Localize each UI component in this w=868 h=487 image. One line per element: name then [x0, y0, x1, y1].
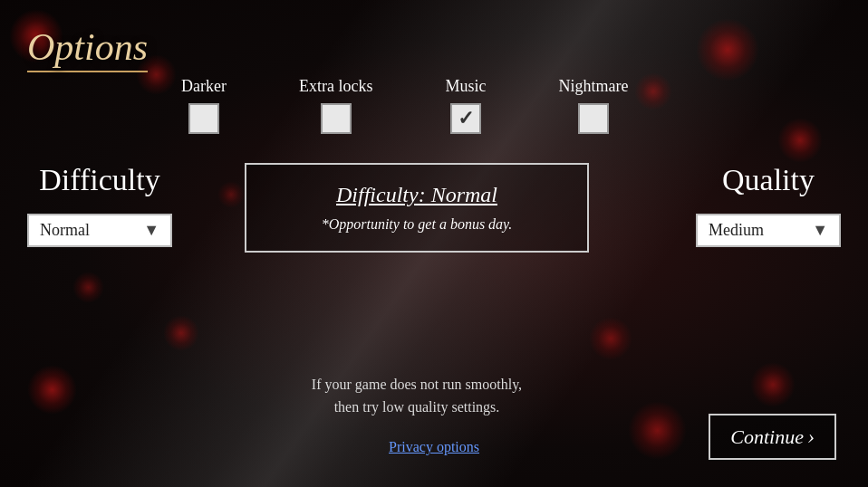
performance-note-text: If your game does not run smoothly,then …	[312, 377, 522, 415]
difficulty-section: Difficulty Normal ▼	[27, 163, 172, 247]
difficulty-selected: Normal	[40, 221, 90, 240]
difficulty-dropdown-arrow: ▼	[143, 221, 159, 240]
darker-checkbox[interactable]	[188, 103, 219, 134]
quality-selected: Medium	[709, 221, 764, 240]
darker-checkbox-item: Darker	[181, 77, 227, 134]
quality-section: Quality Medium ▼	[696, 163, 841, 247]
difficulty-heading: Difficulty	[39, 163, 159, 197]
info-box: Difficulty: Normal *Opportunity to get a…	[245, 163, 589, 253]
continue-button-label: Continue	[730, 425, 804, 449]
continue-arrow-icon: ›	[807, 425, 815, 449]
quality-dropdown[interactable]: Medium ▼	[696, 214, 841, 247]
nightmare-label: Nightmare	[558, 77, 628, 96]
music-checkbox-item: Music	[445, 77, 486, 134]
extra-locks-checkbox[interactable]	[321, 103, 352, 134]
info-box-title: Difficulty: Normal	[268, 183, 565, 207]
continue-button[interactable]: Continue ›	[709, 414, 836, 460]
darker-label: Darker	[181, 77, 227, 96]
nightmare-checkbox[interactable]	[578, 103, 609, 134]
performance-note: If your game does not run smoothly,then …	[245, 373, 589, 419]
quality-dropdown-arrow: ▼	[812, 221, 828, 240]
privacy-options-link[interactable]: Privacy options	[389, 439, 479, 455]
checkboxes-row: Darker Extra locks Music Nightmare	[181, 77, 628, 134]
page-title: Options	[27, 25, 148, 72]
music-checkbox[interactable]	[450, 103, 481, 134]
content-layer: Options Darker Extra locks Music Nightma…	[0, 0, 868, 487]
music-label: Music	[445, 77, 486, 96]
extra-locks-label: Extra locks	[299, 77, 372, 96]
quality-heading: Quality	[722, 163, 815, 197]
nightmare-checkbox-item: Nightmare	[558, 77, 628, 134]
difficulty-dropdown[interactable]: Normal ▼	[27, 214, 172, 247]
extra-locks-checkbox-item: Extra locks	[299, 77, 372, 134]
info-box-subtitle: *Opportunity to get a bonus day.	[268, 216, 565, 233]
